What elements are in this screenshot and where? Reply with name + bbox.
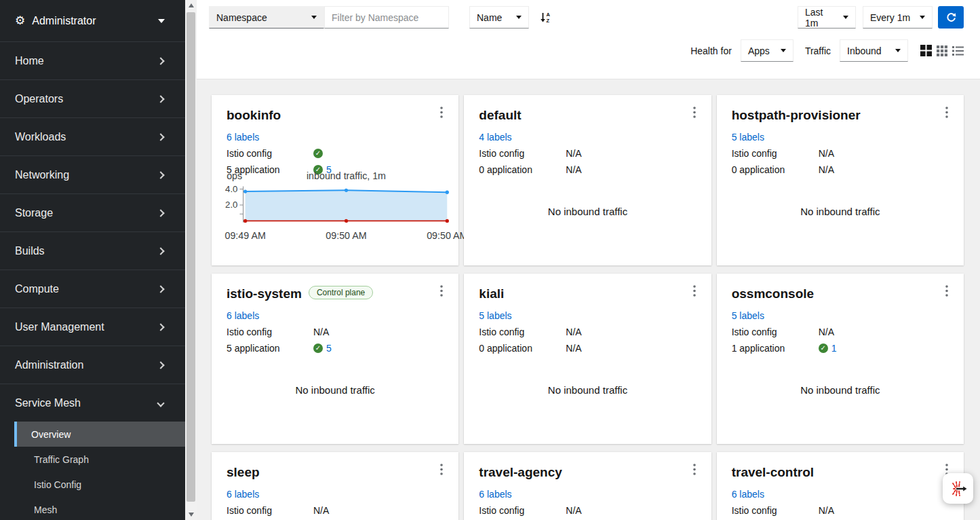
labels-link[interactable]: 5 labels: [732, 310, 764, 321]
card-kebab-button[interactable]: [944, 284, 949, 300]
overview-toolbar: Namespace Name A Z: [197, 0, 980, 79]
namespace-title[interactable]: bookinfo: [227, 107, 281, 124]
svg-text:4.0: 4.0: [225, 184, 237, 194]
duration-value: Last 1m: [805, 7, 836, 29]
labels-link[interactable]: 6 labels: [227, 489, 259, 500]
applications-label: 0 application: [479, 164, 566, 175]
toolbar-row-display: Health for Apps Traffic Inbound: [209, 39, 964, 62]
card-kebab-button[interactable]: [692, 284, 697, 300]
namespace-card-ossmconsole: ossmconsole5 labelsIstio configN/A1 appl…: [717, 274, 964, 444]
svg-text:A: A: [547, 12, 551, 18]
na-value: N/A: [566, 148, 581, 159]
check-circle-icon[interactable]: ✓: [819, 343, 828, 353]
applications-label: 0 application: [479, 343, 566, 354]
namespace-title[interactable]: travel-agency: [479, 464, 562, 481]
namespace-title[interactable]: default: [479, 107, 521, 124]
expanded-view-button[interactable]: [920, 45, 932, 56]
no-traffic-text: No inbound traffic: [717, 384, 964, 396]
card-kebab-button[interactable]: [944, 105, 949, 122]
refresh-interval-select[interactable]: Every 1m: [863, 6, 933, 29]
check-circle-icon[interactable]: ✓: [313, 343, 323, 353]
labels-link[interactable]: 5 labels: [479, 310, 511, 321]
chevron-right-icon: [157, 133, 164, 141]
na-value: N/A: [566, 505, 581, 516]
sidebar-item-home[interactable]: Home: [0, 41, 185, 79]
istio-config-label: Istio config: [227, 148, 313, 159]
sidebar-item-compute[interactable]: Compute: [0, 270, 185, 308]
istio-config-row: Istio configN/A: [732, 147, 949, 160]
health-count-link[interactable]: 5: [326, 343, 332, 354]
kebab-icon: [693, 107, 696, 118]
sidebar-subitem-istio-config[interactable]: Istio Config: [14, 472, 185, 497]
namespace-title[interactable]: istio-system: [227, 285, 302, 303]
istio-config-label: Istio config: [227, 327, 313, 337]
scroll-up-arrow-icon[interactable]: [185, 0, 197, 11]
caret-down-icon: [781, 49, 786, 52]
sidebar-item-user-management[interactable]: User Management: [0, 308, 185, 346]
card-header: bookinfo: [227, 107, 444, 124]
sidebar-item-workloads[interactable]: Workloads: [0, 117, 185, 155]
sidebar-item-storage[interactable]: Storage: [0, 193, 185, 231]
card-kebab-button[interactable]: [439, 105, 444, 122]
applications-label: 5 application: [227, 343, 313, 354]
card-kebab-button[interactable]: [439, 462, 444, 479]
svg-text:2.0: 2.0: [225, 200, 237, 210]
refresh-button[interactable]: [938, 6, 964, 29]
check-circle-icon[interactable]: ✓: [313, 149, 323, 158]
chevron-right-icon: [157, 361, 164, 369]
scroll-down-arrow-icon[interactable]: [185, 509, 197, 520]
card-header: default: [479, 107, 696, 124]
filter-type-select[interactable]: Namespace: [209, 6, 324, 29]
scrollbar-thumb[interactable]: [187, 12, 195, 502]
sidebar-item-builds[interactable]: Builds: [0, 231, 185, 270]
istio-config-label: Istio config: [479, 505, 566, 516]
labels-link[interactable]: 4 labels: [479, 132, 511, 143]
labels-link[interactable]: 6 labels: [227, 310, 259, 321]
duration-select[interactable]: Last 1m: [798, 6, 856, 29]
no-traffic-text: No inbound traffic: [464, 206, 711, 217]
sidebar-subitem-traffic-graph[interactable]: Traffic Graph: [14, 447, 185, 472]
perspective-switcher[interactable]: ⚙ Administrator: [0, 0, 185, 41]
sidebar-scrollbar[interactable]: [185, 0, 197, 520]
sort-order-button[interactable]: A Z: [540, 12, 551, 23]
namespace-card-sleep: sleep6 labelsIstio configN/A1 applicatio…: [212, 452, 458, 520]
traffic-direction-select[interactable]: Inbound: [840, 39, 908, 62]
namespace-card-travel-control: travel-control6 labelsIstio configN/A1 a…: [717, 452, 964, 520]
compact-view-button[interactable]: [937, 45, 947, 56]
sidebar-subitem-overview[interactable]: Overview: [14, 422, 185, 447]
card-kebab-button[interactable]: [692, 462, 697, 479]
namespace-title[interactable]: ossmconsole: [732, 285, 814, 303]
chevron-right-icon: [157, 285, 164, 293]
namespace-filter-input[interactable]: [324, 6, 449, 29]
card-kebab-button[interactable]: [692, 105, 697, 122]
applications-row: 0 applicationN/A: [479, 341, 696, 354]
small-grid-icon: [937, 45, 947, 56]
na-value: N/A: [819, 148, 834, 159]
applications-row: 0 applicationN/A: [732, 163, 949, 176]
sidebar-item-label: Service Mesh: [15, 397, 81, 409]
sidebar-item-administration[interactable]: Administration: [0, 346, 185, 384]
namespace-title[interactable]: sleep: [227, 464, 260, 481]
sidebar-item-networking[interactable]: Networking: [0, 155, 185, 193]
sidebar-subitem-mesh[interactable]: Mesh: [14, 497, 185, 520]
card-kebab-button[interactable]: [439, 284, 444, 300]
namespace-title[interactable]: kiali: [479, 285, 504, 303]
labels-link[interactable]: 6 labels: [732, 489, 764, 500]
card-header: ossmconsole: [732, 285, 949, 303]
kebab-icon: [693, 464, 696, 475]
sidebar-item-label: Administration: [15, 359, 83, 371]
list-view-button[interactable]: [952, 45, 964, 56]
labels-link[interactable]: 6 labels: [479, 489, 511, 500]
health-for-select[interactable]: Apps: [741, 39, 793, 62]
namespace-title[interactable]: hostpath-provisioner: [732, 107, 861, 124]
labels-link[interactable]: 6 labels: [227, 132, 259, 143]
sidebar-item-service-mesh[interactable]: Service Mesh: [0, 384, 185, 422]
launcher-button[interactable]: [943, 473, 973, 504]
namespace-title[interactable]: travel-control: [732, 464, 814, 481]
namespace-card-bookinfo: bookinfo6 labelsIstio config✓5 applicati…: [212, 95, 458, 265]
sidebar-item-operators[interactable]: Operators: [0, 79, 185, 117]
health-count-link[interactable]: 1: [831, 343, 837, 354]
sort-by-select[interactable]: Name: [469, 6, 529, 29]
labels-link[interactable]: 5 labels: [732, 132, 764, 143]
toolbar-row-filters: Namespace Name A Z: [209, 6, 964, 29]
